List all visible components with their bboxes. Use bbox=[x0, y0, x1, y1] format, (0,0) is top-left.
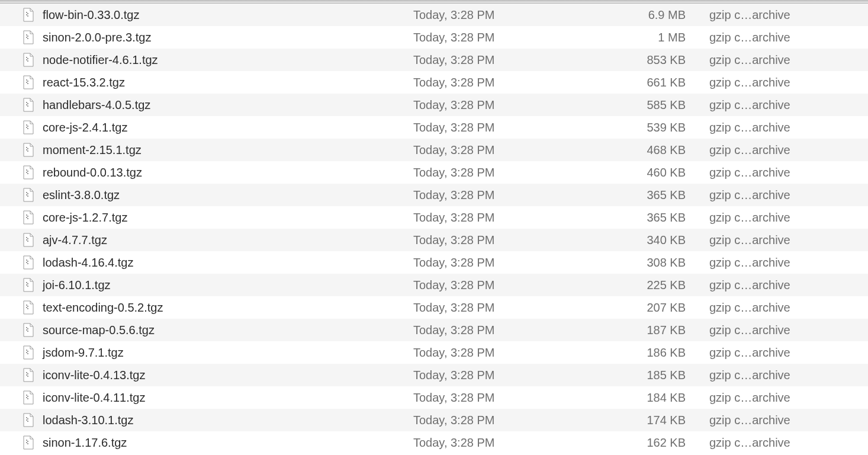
file-row[interactable]: iconv-lite-0.4.13.tgzToday, 3:28 PM185 K… bbox=[0, 364, 868, 386]
archive-file-icon bbox=[22, 255, 34, 270]
file-size: 162 KB bbox=[603, 436, 709, 450]
file-row[interactable]: source-map-0.5.6.tgzToday, 3:28 PM187 KB… bbox=[0, 319, 868, 341]
archive-file-icon bbox=[22, 390, 34, 405]
file-size: 340 KB bbox=[603, 233, 709, 247]
file-kind: gzip c…archive bbox=[709, 211, 868, 225]
file-row[interactable]: react-15.3.2.tgzToday, 3:28 PM661 KBgzip… bbox=[0, 71, 868, 94]
file-kind-right: archive bbox=[752, 188, 790, 202]
file-size: 1 MB bbox=[603, 31, 709, 44]
file-kind-right: archive bbox=[752, 53, 790, 67]
file-row[interactable]: core-js-2.4.1.tgzToday, 3:28 PM539 KBgzi… bbox=[0, 116, 868, 139]
file-name: node-notifier-4.6.1.tgz bbox=[43, 53, 158, 67]
file-kind-ellipsis: … bbox=[740, 211, 752, 225]
file-name-cell: source-map-0.5.6.tgz bbox=[22, 323, 413, 337]
file-row[interactable]: lodash-4.16.4.tgzToday, 3:28 PM308 KBgzi… bbox=[0, 251, 868, 274]
file-kind-ellipsis: … bbox=[740, 53, 752, 67]
file-kind-ellipsis: … bbox=[740, 31, 752, 44]
file-row[interactable]: jsdom-9.7.1.tgzToday, 3:28 PM186 KBgzip … bbox=[0, 341, 868, 364]
file-name: handlebars-4.0.5.tgz bbox=[43, 98, 150, 112]
file-row[interactable]: text-encoding-0.5.2.tgzToday, 3:28 PM207… bbox=[0, 296, 868, 319]
file-kind-ellipsis: … bbox=[740, 256, 752, 270]
file-row[interactable]: sinon-1.17.6.tgzToday, 3:28 PM162 KBgzip… bbox=[0, 431, 868, 454]
file-size: 365 KB bbox=[603, 211, 709, 225]
file-row[interactable]: handlebars-4.0.5.tgzToday, 3:28 PM585 KB… bbox=[0, 94, 868, 116]
file-row[interactable]: lodash-3.10.1.tgzToday, 3:28 PM174 KBgzi… bbox=[0, 409, 868, 431]
file-name-cell: iconv-lite-0.4.13.tgz bbox=[22, 368, 413, 382]
file-kind-left: gzip c bbox=[709, 256, 740, 270]
file-name-cell: moment-2.15.1.tgz bbox=[22, 143, 413, 157]
file-row[interactable]: ajv-4.7.7.tgzToday, 3:28 PM340 KBgzip c…… bbox=[0, 229, 868, 251]
file-name-cell: joi-6.10.1.tgz bbox=[22, 278, 413, 292]
file-modified: Today, 3:28 PM bbox=[413, 76, 603, 89]
file-row[interactable]: rebound-0.0.13.tgzToday, 3:28 PM460 KBgz… bbox=[0, 161, 868, 184]
file-kind-left: gzip c bbox=[709, 188, 740, 202]
file-name-cell: text-encoding-0.5.2.tgz bbox=[22, 300, 413, 315]
file-kind-right: archive bbox=[752, 278, 790, 292]
file-kind: gzip c…archive bbox=[709, 323, 868, 337]
archive-file-icon bbox=[22, 233, 34, 247]
file-name-cell: core-js-1.2.7.tgz bbox=[22, 210, 413, 225]
file-modified: Today, 3:28 PM bbox=[413, 121, 603, 134]
file-row[interactable]: node-notifier-4.6.1.tgzToday, 3:28 PM853… bbox=[0, 49, 868, 71]
file-row[interactable]: joi-6.10.1.tgzToday, 3:28 PM225 KBgzip c… bbox=[0, 274, 868, 296]
file-kind-right: archive bbox=[752, 323, 790, 337]
file-kind: gzip c…archive bbox=[709, 76, 868, 89]
file-row[interactable]: core-js-1.2.7.tgzToday, 3:28 PM365 KBgzi… bbox=[0, 206, 868, 229]
file-size: 185 KB bbox=[603, 369, 709, 382]
file-kind-right: archive bbox=[752, 256, 790, 270]
file-kind: gzip c…archive bbox=[709, 166, 868, 180]
file-kind-right: archive bbox=[752, 233, 790, 247]
file-kind-ellipsis: … bbox=[740, 323, 752, 337]
file-kind-left: gzip c bbox=[709, 278, 740, 292]
file-row[interactable]: iconv-lite-0.4.11.tgzToday, 3:28 PM184 K… bbox=[0, 386, 868, 409]
archive-file-icon bbox=[22, 75, 34, 89]
file-kind-right: archive bbox=[752, 301, 790, 315]
file-kind: gzip c…archive bbox=[709, 369, 868, 382]
file-name: lodash-3.10.1.tgz bbox=[43, 414, 133, 427]
file-size: 6.9 MB bbox=[603, 8, 709, 22]
file-row[interactable]: sinon-2.0.0-pre.3.tgzToday, 3:28 PM1 MBg… bbox=[0, 26, 868, 49]
file-name: iconv-lite-0.4.13.tgz bbox=[43, 369, 145, 382]
file-name: ajv-4.7.7.tgz bbox=[43, 233, 107, 247]
file-list: flow-bin-0.33.0.tgzToday, 3:28 PM6.9 MBg… bbox=[0, 4, 868, 454]
archive-file-icon bbox=[22, 368, 34, 382]
file-kind-left: gzip c bbox=[709, 8, 740, 22]
file-kind-left: gzip c bbox=[709, 121, 740, 134]
file-row[interactable]: eslint-3.8.0.tgzToday, 3:28 PM365 KBgzip… bbox=[0, 184, 868, 206]
file-name: iconv-lite-0.4.11.tgz bbox=[43, 391, 145, 405]
file-kind-left: gzip c bbox=[709, 98, 740, 112]
file-modified: Today, 3:28 PM bbox=[413, 53, 603, 67]
file-kind-left: gzip c bbox=[709, 31, 740, 44]
file-size: 365 KB bbox=[603, 188, 709, 202]
file-kind-left: gzip c bbox=[709, 301, 740, 315]
file-name: lodash-4.16.4.tgz bbox=[43, 256, 133, 270]
file-row[interactable]: moment-2.15.1.tgzToday, 3:28 PM468 KBgzi… bbox=[0, 139, 868, 161]
file-kind-right: archive bbox=[752, 166, 790, 180]
file-modified: Today, 3:28 PM bbox=[413, 188, 603, 202]
file-name-cell: lodash-4.16.4.tgz bbox=[22, 255, 413, 270]
file-kind: gzip c…archive bbox=[709, 414, 868, 427]
file-name: eslint-3.8.0.tgz bbox=[43, 188, 120, 202]
file-kind: gzip c…archive bbox=[709, 256, 868, 270]
file-modified: Today, 3:28 PM bbox=[413, 98, 603, 112]
file-row[interactable]: flow-bin-0.33.0.tgzToday, 3:28 PM6.9 MBg… bbox=[0, 4, 868, 26]
file-modified: Today, 3:28 PM bbox=[413, 31, 603, 44]
file-name: flow-bin-0.33.0.tgz bbox=[43, 8, 139, 22]
file-kind-ellipsis: … bbox=[740, 414, 752, 427]
file-kind-left: gzip c bbox=[709, 346, 740, 360]
file-name-cell: ajv-4.7.7.tgz bbox=[22, 233, 413, 247]
file-modified: Today, 3:28 PM bbox=[413, 233, 603, 247]
file-modified: Today, 3:28 PM bbox=[413, 436, 603, 450]
file-name: rebound-0.0.13.tgz bbox=[43, 166, 142, 180]
file-kind-ellipsis: … bbox=[740, 346, 752, 360]
file-modified: Today, 3:28 PM bbox=[413, 369, 603, 382]
file-modified: Today, 3:28 PM bbox=[413, 346, 603, 360]
file-name: sinon-1.17.6.tgz bbox=[43, 436, 127, 450]
file-kind: gzip c…archive bbox=[709, 391, 868, 405]
file-kind-left: gzip c bbox=[709, 143, 740, 157]
file-kind-right: archive bbox=[752, 121, 790, 134]
file-kind-right: archive bbox=[752, 391, 790, 405]
file-kind-ellipsis: … bbox=[740, 76, 752, 89]
archive-file-icon bbox=[22, 278, 34, 292]
archive-file-icon bbox=[22, 120, 34, 134]
